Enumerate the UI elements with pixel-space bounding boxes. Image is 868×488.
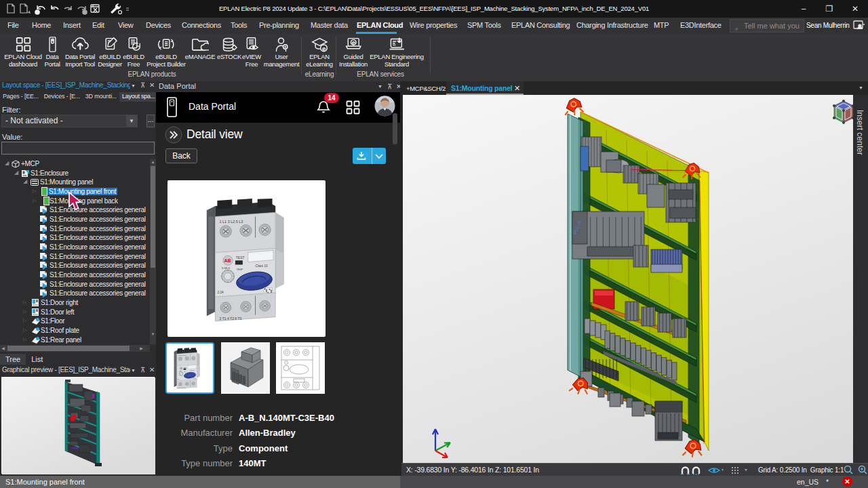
svg-text:2 T1 4 T2 6 T3: 2 T1 4 T2 6 T3 [220,317,242,321]
svg-text:S.MLK: S.MLK [179,371,182,371]
svg-text:Class 10: Class 10 [256,264,269,268]
svg-text:TRIP: TRIP [184,371,186,372]
svg-text:AB: AB [180,367,182,369]
svg-text:1 L1 3 L2 5 L3: 1 L1 3 L2 5 L3 [178,354,186,356]
svg-text:TEST: TEST [184,367,186,368]
svg-text:2 T1 4 T2 6 T3: 2 T1 4 T2 6 T3 [178,387,186,388]
svg-text:TEST: TEST [236,256,245,260]
svg-text:Class 10: Class 10 [191,370,195,371]
svg-text:2.2A: 2.2A [217,291,224,294]
svg-text:TRIP: TRIP [236,268,243,271]
svg-text:AB: AB [224,258,231,263]
svg-text:S.MLK: S.MLK [222,267,231,270]
svg-text:1 L1 3 L2 5 L3: 1 L1 3 L2 5 L3 [220,220,243,224]
